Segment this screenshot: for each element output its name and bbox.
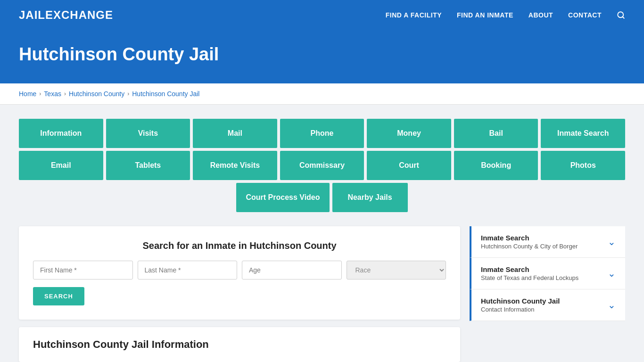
breadcrumb: Home › Texas › Hutchinson County › Hutch… [0,83,644,105]
first-name-input[interactable] [33,261,133,280]
btn-remote-visits[interactable]: Remote Visits [193,151,277,180]
btn-inmate-search[interactable]: Inmate Search [541,119,625,148]
breadcrumb-sep-2: › [64,90,66,97]
btn-email[interactable]: Email [19,151,103,180]
last-name-input[interactable] [138,261,238,280]
info-section-title: Hutchinson County Jail Information [33,338,446,351]
page-title: Hutchinson County Jail [19,44,625,65]
btn-money[interactable]: Money [367,119,451,148]
sidebar-item-inmate-search-state[interactable]: Inmate Search State of Texas and Federal… [470,258,625,289]
breadcrumb-texas[interactable]: Texas [44,90,61,98]
buttons-row-3: Court Process Video Nearby Jails [19,183,625,212]
sidebar-item-contact-info[interactable]: Hutchinson County Jail Contact Informati… [470,289,625,321]
breadcrumb-current: Hutchinson County Jail [132,90,199,98]
search-title: Search for an Inmate in Hutchinson Count… [33,240,446,251]
buttons-row-2: Email Tablets Remote Visits Commissary C… [19,151,625,180]
sidebar-item-inmate-search-county[interactable]: Inmate Search Hutchinson County & City o… [470,226,625,258]
btn-court[interactable]: Court [367,151,451,180]
sidebar-title-2: Inmate Search [481,265,578,273]
info-title-box: Hutchinson County Jail Information [19,327,460,362]
race-select[interactable]: Race White Black Hispanic Asian Other [347,261,446,280]
logo-jail: JAIL [19,8,45,22]
breadcrumb-sep-1: › [39,90,41,97]
sidebar-item-text-2: Inmate Search State of Texas and Federal… [481,265,578,281]
btn-information[interactable]: Information [19,119,103,148]
nav-find-inmate[interactable]: FIND AN INMATE [457,11,513,19]
btn-visits[interactable]: Visits [106,119,190,148]
search-icon [617,11,625,19]
nav-contact[interactable]: CONTACT [568,11,602,19]
lower-section: Search for an Inmate in Hutchinson Count… [19,226,625,362]
logo: JAILEXCHANGE [19,8,113,22]
btn-bail[interactable]: Bail [454,119,538,148]
buttons-row-1: Information Visits Mail Phone Money Bail… [19,119,625,148]
chevron-down-icon-3: ⌄ [608,299,616,311]
breadcrumb-sep-3: › [127,90,129,97]
inmate-search-box: Search for an Inmate in Hutchinson Count… [19,226,460,320]
btn-phone[interactable]: Phone [280,119,364,148]
logo-exchange: EXCHANGE [45,8,113,22]
nav-find-facility[interactable]: FIND A FACILITY [386,11,442,19]
sidebar-subtitle-2: State of Texas and Federal Lockups [481,274,578,281]
sidebar-item-text-1: Inmate Search Hutchinson County & City o… [481,234,578,250]
breadcrumb-county[interactable]: Hutchinson County [69,90,124,98]
sidebar-item-text-3: Hutchinson County Jail Contact Informati… [481,297,560,313]
btn-nearby-jails[interactable]: Nearby Jails [332,183,408,212]
main-content: Information Visits Mail Phone Money Bail… [0,105,644,362]
svg-line-1 [622,16,624,18]
search-inputs: Race White Black Hispanic Asian Other [33,261,446,280]
btn-commissary[interactable]: Commissary [280,151,364,180]
btn-mail[interactable]: Mail [193,119,277,148]
sidebar-subtitle-1: Hutchinson County & City of Borger [481,243,578,250]
age-input[interactable] [242,261,342,280]
breadcrumb-home[interactable]: Home [19,90,36,98]
btn-booking[interactable]: Booking [454,151,538,180]
chevron-down-icon-2: ⌄ [608,268,616,279]
chevron-down-icon-1: ⌄ [608,236,616,247]
header: JAILEXCHANGE FIND A FACILITY FIND AN INM… [0,0,644,30]
sidebar-subtitle-3: Contact Information [481,306,560,313]
sidebar-title-1: Inmate Search [481,234,578,242]
search-icon-button[interactable] [617,11,625,19]
btn-photos[interactable]: Photos [541,151,625,180]
hero-section: Hutchinson County Jail [0,30,644,83]
sidebar: Inmate Search Hutchinson County & City o… [470,226,625,362]
main-nav: FIND A FACILITY FIND AN INMATE ABOUT CON… [386,11,625,19]
btn-tablets[interactable]: Tablets [106,151,190,180]
search-button[interactable]: SEARCH [33,287,84,305]
btn-court-process-video[interactable]: Court Process Video [236,183,329,212]
sidebar-title-3: Hutchinson County Jail [481,297,560,305]
nav-about[interactable]: ABOUT [528,11,553,19]
left-column: Search for an Inmate in Hutchinson Count… [19,226,460,362]
